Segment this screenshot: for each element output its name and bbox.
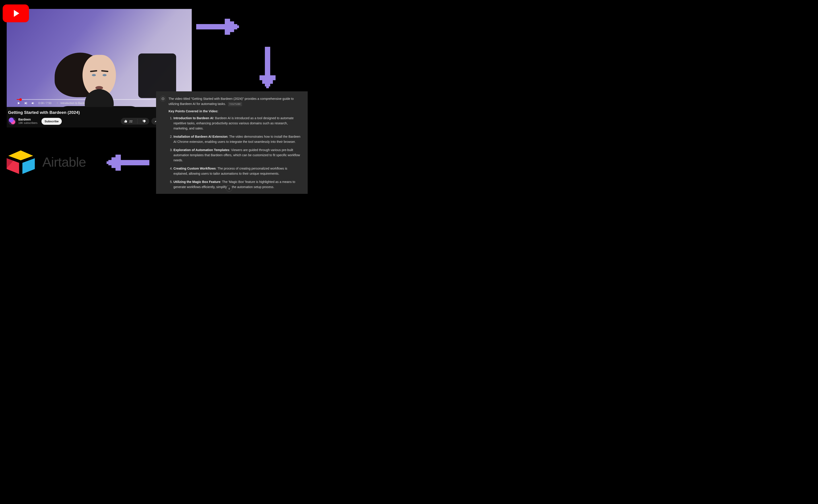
- channel-subscribers: 18K subscribers: [18, 121, 37, 125]
- svg-rect-7: [230, 21, 234, 32]
- key-point-item: Installation of Bardeen AI Extension: Th…: [173, 134, 302, 144]
- dislike-button[interactable]: [139, 118, 149, 125]
- svg-rect-14: [266, 86, 269, 88]
- flow-arrow-down: [256, 47, 279, 89]
- key-points-heading: Key Points Covered in the Video:: [168, 109, 302, 114]
- svg-rect-12: [262, 80, 273, 84]
- scroll-down-button[interactable]: [226, 185, 232, 192]
- key-point-item: Managing Playbooks and Autobooks: The vi…: [173, 193, 302, 194]
- youtube-logo-badge: [3, 4, 29, 22]
- play-icon[interactable]: [17, 101, 21, 105]
- subscribe-button[interactable]: Subscribe: [41, 118, 62, 125]
- key-points-list: Introduction to Bardeen AI: Bardeen AI i…: [168, 116, 302, 194]
- svg-rect-16: [115, 155, 121, 171]
- svg-rect-5: [196, 24, 227, 29]
- airtable-logo: Airtable: [4, 148, 86, 176]
- svg-rect-15: [118, 160, 149, 165]
- like-button[interactable]: 22: [121, 118, 135, 125]
- source-badge[interactable]: YOUTUBE: [228, 102, 242, 106]
- channel-avatar[interactable]: [8, 117, 16, 125]
- svg-rect-6: [225, 19, 230, 35]
- key-point-item: Creating Custom Workflows: The process o…: [173, 166, 302, 176]
- like-dislike-pill: 22: [121, 118, 149, 125]
- key-point-item: Utilizing the Magic Box Feature: The 'Ma…: [173, 179, 302, 190]
- svg-rect-18: [108, 160, 112, 165]
- key-point-title: Utilizing the Magic Box Feature: [173, 180, 220, 184]
- key-point-title: Managing Playbooks and Autobooks: [173, 193, 229, 194]
- svg-marker-0: [14, 10, 19, 17]
- time-total: 7:50: [46, 102, 51, 105]
- openai-icon: [160, 96, 166, 102]
- key-point-item: Introduction to Bardeen AI: Bardeen AI i…: [173, 116, 302, 131]
- flow-arrow-left: [105, 152, 149, 174]
- arrow-down-icon: [228, 187, 231, 190]
- airtable-wordmark: Airtable: [42, 154, 86, 170]
- chatgpt-summary-panel: The video titled "Getting Started with B…: [156, 91, 308, 194]
- svg-marker-2: [25, 102, 26, 104]
- next-icon[interactable]: [24, 101, 28, 105]
- svg-rect-19: [107, 161, 109, 164]
- channel-name[interactable]: Bardeen: [18, 118, 37, 121]
- key-point-title: Installation of Bardeen AI Extension: [173, 135, 227, 138]
- airtable-mark-icon: [4, 148, 37, 176]
- time-display: 0:08 / 7:50: [38, 102, 51, 105]
- like-count: 22: [129, 120, 132, 123]
- key-point-title: Creating Custom Workflows: [173, 167, 216, 170]
- thumbs-up-icon: [124, 119, 127, 123]
- key-point-title: Exploration of Automation Templates: [173, 148, 229, 152]
- svg-marker-23: [22, 158, 35, 174]
- play-triangle-icon: [11, 8, 21, 18]
- svg-rect-11: [259, 75, 275, 80]
- svg-marker-1: [18, 102, 20, 104]
- summary-intro: The video titled "Getting Started with B…: [168, 96, 302, 107]
- svg-rect-3: [27, 102, 27, 104]
- svg-rect-10: [265, 47, 270, 78]
- volume-icon[interactable]: [31, 101, 35, 105]
- key-point-item: Exploration of Automation Templates: Vie…: [173, 148, 302, 163]
- thumbs-down-icon: [142, 119, 146, 123]
- key-point-title: Introduction to Bardeen AI: [173, 116, 213, 120]
- flow-arrow-right: [196, 13, 241, 40]
- time-current: 0:08: [38, 102, 44, 105]
- svg-rect-13: [265, 83, 270, 86]
- svg-marker-4: [32, 102, 33, 104]
- svg-rect-8: [234, 24, 237, 29]
- svg-rect-9: [237, 25, 239, 28]
- svg-rect-17: [111, 157, 116, 168]
- svg-marker-21: [8, 150, 33, 160]
